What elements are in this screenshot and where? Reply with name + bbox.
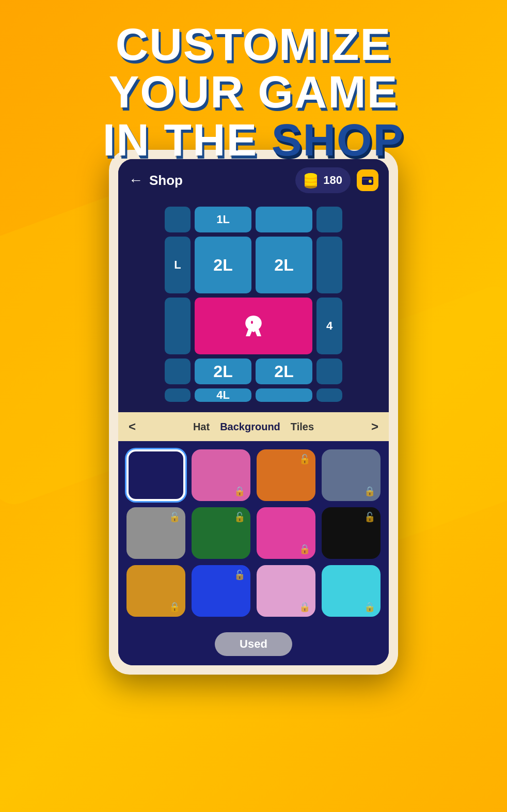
tile-edge-bc: 4L bbox=[195, 388, 251, 402]
color-swatch-pink[interactable]: 🔒 bbox=[192, 449, 250, 501]
color-swatch-hotpink[interactable]: 🔒 bbox=[257, 507, 315, 559]
tile-2l-2: 2L bbox=[256, 237, 312, 293]
shop-title: Shop bbox=[149, 173, 289, 189]
wallet-icon bbox=[361, 175, 374, 186]
title-line3-prefix: IN THE bbox=[103, 114, 272, 165]
tile-br bbox=[316, 358, 342, 384]
category-prev[interactable]: < bbox=[129, 419, 136, 434]
tab-background[interactable]: Background bbox=[220, 421, 280, 433]
tile-bl bbox=[165, 358, 191, 384]
tile-edge-bc2 bbox=[256, 388, 312, 402]
shop-header: ← Shop 180 bbox=[118, 159, 389, 201]
phone-screen: ← Shop 180 bbox=[118, 159, 389, 665]
unlock-icon-green: 🔓 bbox=[234, 511, 245, 523]
used-button-container: Used bbox=[118, 625, 389, 665]
tile-edge-tc: 1L bbox=[195, 207, 251, 232]
color-swatch-orange[interactable]: 🔓 bbox=[257, 449, 315, 501]
color-swatch-yellow[interactable]: 🔒 bbox=[126, 565, 185, 617]
color-swatch-blue[interactable]: 🔓 bbox=[192, 565, 250, 617]
unlock-icon-orange: 🔓 bbox=[299, 454, 310, 465]
title-shop-word: SHOP bbox=[272, 114, 404, 165]
unlock-icon-gray: 🔓 bbox=[169, 511, 180, 523]
coin-count: 180 bbox=[323, 174, 342, 187]
unlock-icon-black: 🔓 bbox=[364, 511, 375, 523]
tile-edge-tr bbox=[316, 207, 342, 232]
lock-icon-pink: 🔒 bbox=[234, 486, 245, 497]
title-text: CUSTOMIZE YOUR GAME IN THE SHOP bbox=[0, 21, 507, 164]
tile-cr: 4 bbox=[316, 298, 342, 354]
lock-icon-lightpink: 🔒 bbox=[299, 601, 310, 613]
tile-edge-tc2 bbox=[256, 207, 312, 232]
tile-edge-br bbox=[316, 388, 342, 402]
color-swatch-slate[interactable]: 🔒 bbox=[322, 449, 381, 501]
svg-rect-8 bbox=[362, 178, 373, 180]
title-container: CUSTOMIZE YOUR GAME IN THE SHOP bbox=[0, 21, 507, 164]
bird-icon bbox=[235, 308, 272, 344]
lock-icon-hotpink: 🔒 bbox=[299, 543, 310, 555]
lock-icon-slate: 🔒 bbox=[364, 486, 375, 497]
tile-center bbox=[195, 298, 312, 354]
category-bar: < Hat Background Tiles > bbox=[118, 412, 389, 441]
color-swatch-cyan[interactable]: 🔒 bbox=[322, 565, 381, 617]
tile-edge-tl bbox=[165, 207, 191, 232]
tile-cl bbox=[165, 298, 191, 354]
coins-badge: 180 bbox=[295, 167, 351, 193]
unlock-icon-blue: 🔓 bbox=[234, 569, 245, 581]
title-line3: IN THE SHOP bbox=[0, 116, 507, 164]
phone-frame: ← Shop 180 bbox=[109, 150, 398, 675]
title-line2: YOUR GAME bbox=[0, 68, 507, 116]
tile-2l-4: 2L bbox=[256, 358, 312, 384]
svg-point-6 bbox=[305, 173, 317, 178]
category-tabs: Hat Background Tiles bbox=[193, 421, 314, 433]
color-swatch-green[interactable]: 🔓 bbox=[192, 507, 250, 559]
coin-icon bbox=[299, 171, 319, 189]
tile-mr bbox=[316, 237, 342, 293]
lock-icon-cyan: 🔒 bbox=[364, 601, 375, 613]
color-swatch-gray[interactable]: 🔓 bbox=[126, 507, 185, 559]
category-next[interactable]: > bbox=[371, 419, 378, 434]
game-board: 1L L 2L 2L 4 2L bbox=[118, 201, 389, 412]
color-swatch-lightpink[interactable]: 🔒 bbox=[257, 565, 315, 617]
tile-ml: L bbox=[165, 237, 191, 293]
used-button[interactable]: Used bbox=[215, 632, 292, 656]
color-swatch-black[interactable]: 🔓 bbox=[322, 507, 381, 559]
color-swatch-navy[interactable] bbox=[126, 449, 185, 501]
title-line1: CUSTOMIZE bbox=[0, 21, 507, 68]
lock-icon-yellow: 🔒 bbox=[169, 601, 180, 613]
tab-tiles[interactable]: Tiles bbox=[291, 421, 314, 433]
tile-2l-3: 2L bbox=[195, 358, 251, 384]
wallet-button[interactable] bbox=[357, 169, 378, 191]
back-button[interactable]: ← bbox=[129, 172, 143, 189]
tab-hat[interactable]: Hat bbox=[193, 421, 210, 433]
color-grid: 🔒 🔓 🔒 🔓 🔓 🔒 🔓 🔒 bbox=[118, 441, 389, 625]
tile-2l-1: 2L bbox=[195, 237, 251, 293]
svg-point-9 bbox=[369, 180, 372, 183]
tile-edge-bl bbox=[165, 388, 191, 402]
